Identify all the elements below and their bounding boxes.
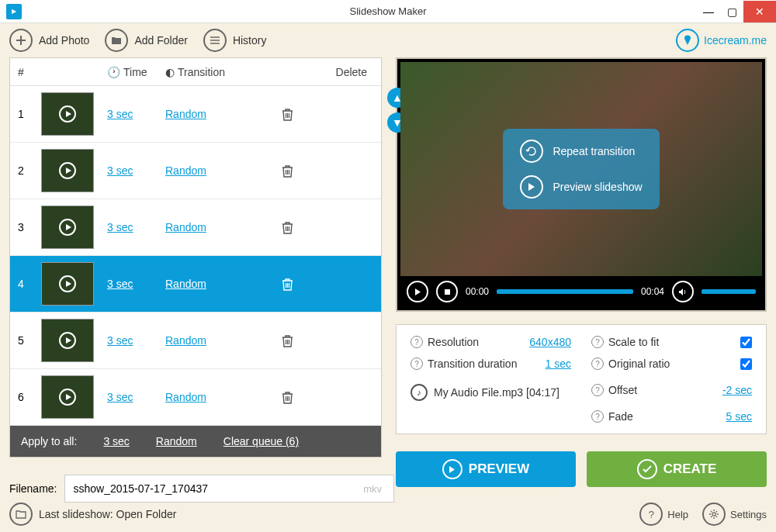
row-time[interactable]: 3 sec xyxy=(107,391,133,403)
help-label: Help xyxy=(667,509,688,520)
offset-label: Offset xyxy=(608,384,718,396)
transition-duration-row: ? Transition duration 1 sec xyxy=(411,358,571,370)
offset-value[interactable]: -2 sec xyxy=(722,384,752,396)
help-icon[interactable]: ? xyxy=(411,336,423,348)
table-row[interactable]: 63 secRandom xyxy=(10,369,381,426)
progress-bar[interactable] xyxy=(497,289,633,294)
play-icon xyxy=(59,332,76,349)
last-slideshow-label: Last slideshow: Open Folder xyxy=(39,508,176,520)
scale-row: ? Scale to fit xyxy=(591,336,752,348)
original-ratio-checkbox[interactable] xyxy=(740,358,752,370)
help-icon[interactable]: ? xyxy=(411,358,423,370)
row-transition[interactable]: Random xyxy=(165,108,206,120)
stop-button[interactable] xyxy=(436,281,458,302)
help-icon[interactable]: ? xyxy=(591,410,604,423)
row-time[interactable]: 3 sec xyxy=(107,164,133,177)
repeat-transition-button[interactable]: Repeat transition xyxy=(520,140,642,163)
row-transition[interactable]: Random xyxy=(165,334,206,347)
scale-checkbox[interactable] xyxy=(740,337,752,348)
delete-button[interactable] xyxy=(282,391,367,404)
resolution-label: Resolution xyxy=(428,336,525,348)
row-time[interactable]: 3 sec xyxy=(107,108,133,120)
play-button[interactable] xyxy=(407,281,428,302)
row-time[interactable]: 3 sec xyxy=(107,334,133,347)
add-folder-button[interactable]: Add Folder xyxy=(105,29,187,52)
list-icon xyxy=(203,29,227,52)
apply-all-bar: Apply to all: 3 sec Random Clear queue (… xyxy=(10,426,381,457)
thumbnail[interactable] xyxy=(41,375,94,419)
row-transition[interactable]: Random xyxy=(165,164,206,177)
header-time: Time xyxy=(123,66,147,78)
table-row[interactable]: 13 secRandom xyxy=(10,86,381,143)
thumbnail[interactable] xyxy=(41,206,94,249)
delete-button[interactable] xyxy=(282,108,367,121)
apply-all-label: Apply to all: xyxy=(21,435,77,447)
create-button[interactable]: CREATE xyxy=(587,451,767,487)
table-row[interactable]: 53 secRandom xyxy=(10,313,381,369)
table-row[interactable]: 23 secRandom xyxy=(10,143,381,199)
table-row[interactable]: 33 secRandom xyxy=(10,199,381,256)
icecream-icon xyxy=(676,29,699,52)
refresh-icon xyxy=(520,140,543,163)
table-header: # 🕐Time ◐Transition Delete xyxy=(10,58,381,86)
header-num: # xyxy=(18,66,41,78)
delete-button[interactable] xyxy=(282,278,367,291)
volume-bar[interactable] xyxy=(702,289,756,294)
apply-all-time[interactable]: 3 sec xyxy=(103,435,129,447)
resolution-value[interactable]: 640x480 xyxy=(529,336,571,348)
row-transition[interactable]: Random xyxy=(165,221,206,233)
table-row[interactable]: 43 secRandom xyxy=(10,256,381,313)
add-photo-label: Add Photo xyxy=(39,34,89,47)
time-total: 00:04 xyxy=(641,286,664,297)
settings-panel: ? Resolution 640x480 ? Scale to fit ? Tr… xyxy=(396,324,767,434)
volume-button[interactable] xyxy=(672,281,694,302)
transition-dur-label: Transition duration xyxy=(428,358,541,370)
apply-all-transition[interactable]: Random xyxy=(156,435,197,447)
music-icon: ♪ xyxy=(411,384,428,401)
fade-value[interactable]: 5 sec xyxy=(726,410,752,423)
delete-button[interactable] xyxy=(282,221,367,234)
preview-slideshow-button[interactable]: Preview slideshow xyxy=(520,175,642,199)
close-button[interactable]: ✕ xyxy=(743,1,776,22)
brand-link[interactable]: Icecream.me xyxy=(676,29,767,52)
play-icon xyxy=(520,175,543,199)
delete-button[interactable] xyxy=(282,334,367,347)
help-button[interactable]: ? Help xyxy=(639,503,688,526)
audio-file-link[interactable]: My Audio File.mp3 [04:17] xyxy=(434,386,559,399)
row-time[interactable]: 3 sec xyxy=(107,221,133,233)
clear-queue-link[interactable]: Clear queue (6) xyxy=(223,435,299,447)
settings-button[interactable]: Settings xyxy=(702,503,767,526)
maximize-button[interactable]: ▢ xyxy=(720,1,743,22)
header-transition: Transition xyxy=(178,66,225,78)
minimize-button[interactable]: — xyxy=(697,1,720,22)
delete-button[interactable] xyxy=(282,164,367,178)
add-photo-button[interactable]: Add Photo xyxy=(9,29,89,52)
filename-input[interactable] xyxy=(64,475,394,503)
fade-row: ? Fade 5 sec xyxy=(591,410,752,423)
app-icon: ▶ xyxy=(6,4,22,19)
transition-icon: ◐ xyxy=(165,66,175,78)
history-button[interactable]: History xyxy=(203,29,267,52)
help-icon[interactable]: ? xyxy=(591,358,604,370)
settings-label: Settings xyxy=(730,509,767,520)
thumbnail[interactable] xyxy=(41,262,94,306)
help-icon[interactable]: ? xyxy=(591,336,604,348)
row-transition[interactable]: Random xyxy=(165,391,206,403)
preview-button[interactable]: PREVIEW xyxy=(396,451,576,487)
fade-label: Fade xyxy=(608,410,722,423)
thumbnail[interactable] xyxy=(41,149,94,192)
folder-icon xyxy=(9,503,33,526)
transition-dur-value[interactable]: 1 sec xyxy=(546,358,571,370)
row-time[interactable]: 3 sec xyxy=(107,278,133,290)
row-transition[interactable]: Random xyxy=(165,278,206,290)
help-icon[interactable]: ? xyxy=(591,384,604,396)
thumbnail[interactable] xyxy=(41,319,94,362)
create-btn-label: CREATE xyxy=(663,461,717,477)
play-icon xyxy=(59,275,76,292)
open-folder-button[interactable]: Last slideshow: Open Folder xyxy=(9,503,176,526)
brand-label: Icecream.me xyxy=(704,34,767,47)
photo-list: ▲ ▼ # 🕐Time ◐Transition Delete 13 secRan… xyxy=(9,57,382,458)
footer: Last slideshow: Open Folder ? Help Setti… xyxy=(9,503,767,526)
thumbnail[interactable] xyxy=(41,92,94,136)
folder-icon xyxy=(105,29,128,52)
